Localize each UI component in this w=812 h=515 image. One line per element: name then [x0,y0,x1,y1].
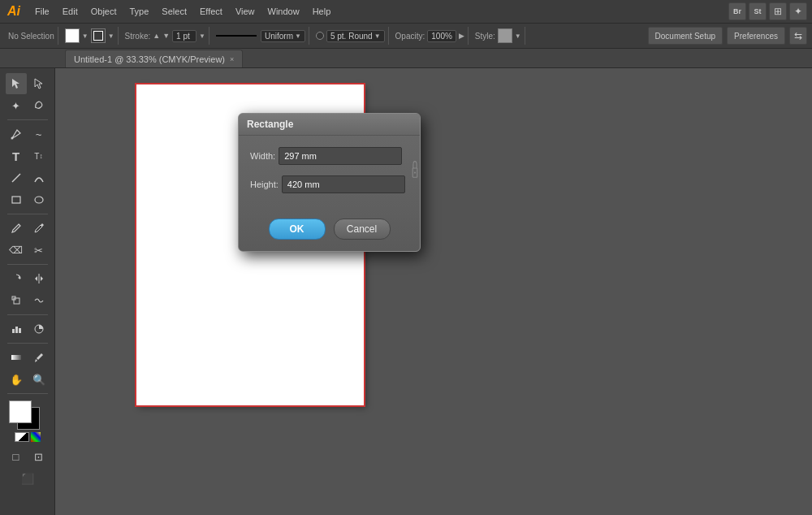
default-colors-icon[interactable] [15,432,29,442]
magic-wand-tool[interactable]: ✦ [6,95,27,116]
tool-separator-3 [7,264,48,265]
svg-rect-13 [15,327,18,333]
pen-tool-row: ✦ [6,95,50,116]
opacity-arrow[interactable]: ▶ [459,32,464,40]
arc-tool[interactable] [28,167,50,188]
preferences-button[interactable]: Preferences [727,27,785,45]
dialog-title-bar: Rectangle [239,114,420,136]
fill-chevron[interactable]: ▼ [82,32,89,40]
rotate-row [6,268,50,289]
menu-object[interactable]: Object [85,5,123,18]
width-input[interactable] [279,147,402,165]
warp-tool[interactable] [28,290,50,311]
selection-tool[interactable] [6,73,27,94]
workspace-icon[interactable]: ⊞ [769,2,787,20]
line-segment-tool[interactable] [6,167,27,188]
svg-rect-16 [11,355,21,360]
eraser-row: ⌫ ✂ [6,240,50,261]
menu-help[interactable]: Help [307,5,337,18]
stroke-line-section: Uniform ▼ [213,27,309,45]
app-icon: Ai [5,2,23,20]
eraser-tool[interactable]: ⌫ [6,240,27,261]
canvas-area: Rectangle Width: Height: [55,68,812,515]
style-label: Style: [475,32,495,41]
lock-icon-placeholder [408,173,421,196]
stroke-value[interactable]: 1 pt [172,30,197,42]
stock-icon[interactable]: St [749,2,767,20]
scissors-tool[interactable]: ✂ [28,240,50,261]
zoom-tool[interactable]: 🔍 [28,369,50,390]
curvature-tool[interactable]: ~ [28,123,50,145]
kuler-icon[interactable]: ✦ [789,2,807,20]
draw-behind-mode[interactable]: ⊡ [28,446,50,467]
tool-separator-5 [7,343,48,344]
svg-rect-12 [12,329,15,333]
svg-point-2 [11,137,13,140]
stroke-label: Stroke: [125,32,151,41]
menu-effect[interactable]: Effect [194,5,228,18]
gradient-row [6,347,50,368]
scale-tool[interactable] [6,290,27,311]
draw-normal-mode[interactable]: □ [6,446,27,467]
tab-close-button[interactable]: × [230,55,234,63]
menu-edit[interactable]: Edit [57,5,84,18]
tab-title: Untitled-1 @ 33.33% (CMYK/Preview) [74,54,225,64]
foreground-color-swatch[interactable] [9,400,32,423]
svg-rect-14 [19,328,21,333]
style-section: Style: ▼ [472,27,525,45]
fill-swatch[interactable] [65,28,80,43]
column-graph-tool[interactable] [6,318,27,340]
height-label: Height: [250,180,279,189]
width-label: Width: [250,151,275,161]
stroke-section: Stroke: ▲ ▼ 1 pt ▼ [122,27,209,45]
selection-tool-row [6,73,50,94]
opacity-value[interactable]: 100% [427,30,456,42]
document-tab[interactable]: Untitled-1 @ 33.33% (CMYK/Preview) × [65,50,243,67]
document-setup-button[interactable]: Document Setup [648,27,723,45]
height-field-row: Height: [250,173,408,196]
tool-separator-1 [7,119,48,120]
rectangle-tool[interactable] [6,189,27,210]
rotate-tool[interactable] [6,268,27,289]
reflect-tool[interactable] [28,268,50,289]
pencil-tool[interactable] [28,218,50,239]
menu-file[interactable]: File [29,5,55,18]
height-input[interactable] [282,175,405,193]
ok-button[interactable]: OK [269,219,326,240]
menu-window[interactable]: Window [262,5,305,18]
style-swatch[interactable] [498,28,512,43]
toggle-screen-mode[interactable]: ⬛ [17,468,38,489]
scale-row [6,290,50,311]
stroke-value-chevron[interactable]: ▼ [199,32,205,40]
brush-section: 5 pt. Round ▼ [313,27,389,45]
direct-selection-tool[interactable] [28,73,50,94]
opacity-section: Opacity: 100% ▶ [392,27,469,45]
arrange-icon[interactable]: ⇆ [789,27,807,45]
ellipse-tool[interactable] [28,189,50,210]
menu-select[interactable]: Select [156,5,192,18]
vertical-type-tool[interactable]: T↕ [28,145,50,167]
bridge-icon[interactable]: Br [728,2,746,20]
pie-chart-tool[interactable] [28,318,50,340]
style-chevron[interactable]: ▼ [515,32,521,40]
menu-view[interactable]: View [230,5,261,18]
lasso-tool[interactable] [28,95,50,116]
hand-tool[interactable]: ✋ [6,369,27,390]
swap-colors-icon[interactable] [31,432,41,442]
type-tool[interactable]: T [6,145,27,167]
dialog-buttons: OK Cancel [239,212,420,251]
svg-marker-1 [35,79,42,89]
paintbrush-tool[interactable] [6,218,27,239]
stroke-swatch[interactable] [91,28,106,43]
stroke-swatch-chevron[interactable]: ▼ [108,32,114,40]
stroke-line-dropdown[interactable]: Uniform ▼ [261,30,305,42]
menu-type[interactable]: Type [124,5,155,18]
brush-dropdown[interactable]: 5 pt. Round ▼ [326,30,385,42]
svg-point-18 [414,172,416,174]
eyedropper-tool[interactable] [28,347,50,368]
color-swatch-area [9,400,46,430]
gradient-tool[interactable] [6,347,27,368]
svg-marker-8 [35,276,37,281]
cancel-button[interactable]: Cancel [334,219,391,240]
pen-tool[interactable] [6,123,27,145]
